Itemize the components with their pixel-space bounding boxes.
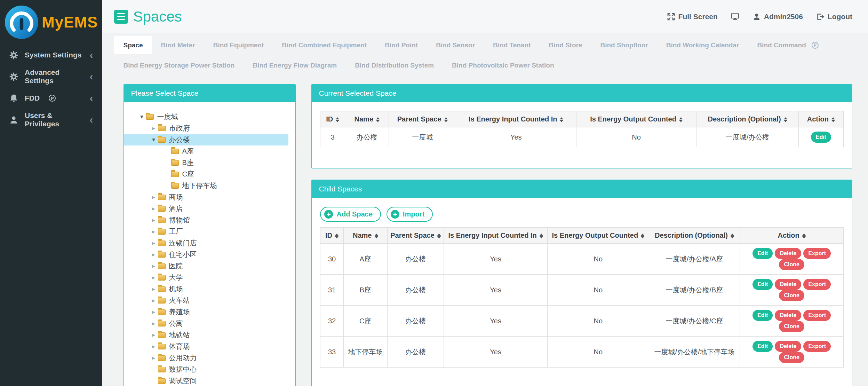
- delete-button[interactable]: Delete: [775, 341, 801, 352]
- column-header-parent-space[interactable]: Parent Space: [387, 228, 444, 244]
- tree-item[interactable]: 住宅小区: [124, 249, 288, 260]
- sidebar-item-system-settings[interactable]: System Settings: [0, 44, 102, 66]
- tree-item[interactable]: 地铁站: [124, 329, 288, 341]
- tree-item[interactable]: 市政府: [124, 123, 288, 134]
- expand-arrow-icon[interactable]: [149, 332, 158, 338]
- export-button[interactable]: Export: [803, 310, 831, 321]
- column-header-name[interactable]: Name: [343, 228, 387, 244]
- export-button[interactable]: Export: [803, 279, 831, 290]
- tree-item[interactable]: 公用动力: [124, 352, 288, 364]
- column-header-energy-input[interactable]: Is Energy Input Counted In: [456, 111, 576, 127]
- column-header-energy-output[interactable]: Is Energy Output Counted: [547, 228, 649, 244]
- tab-bind-combined-equipment[interactable]: Bind Combined Equipment: [273, 36, 376, 54]
- app-logo[interactable]: MyEMS: [0, 0, 102, 44]
- expand-arrow-icon[interactable]: [149, 125, 158, 131]
- sidebar-item-fdd[interactable]: FDD P: [0, 87, 102, 109]
- tree-item[interactable]: 商场: [124, 191, 288, 203]
- sort-icon[interactable]: [336, 117, 339, 122]
- column-header-parent-space[interactable]: Parent Space: [389, 111, 456, 127]
- expand-arrow-icon[interactable]: [149, 344, 158, 349]
- tree-item[interactable]: A座: [124, 145, 288, 157]
- sort-icon[interactable]: [731, 234, 734, 238]
- tab-bind-sensor[interactable]: Bind Sensor: [427, 36, 484, 54]
- expand-arrow-icon[interactable]: [149, 286, 158, 292]
- tree-item[interactable]: 一度城: [124, 111, 288, 123]
- sort-icon[interactable]: [831, 117, 835, 122]
- edit-button[interactable]: Edit: [752, 248, 773, 259]
- tree-item[interactable]: 调试空间: [124, 375, 288, 386]
- clone-button[interactable]: Clone: [779, 259, 804, 270]
- tree-item[interactable]: 火车站: [124, 295, 288, 306]
- tab-bind-distribution-system[interactable]: Bind Distribution System: [346, 62, 443, 69]
- sort-icon[interactable]: [444, 117, 448, 122]
- tab-bind-equipment[interactable]: Bind Equipment: [204, 36, 273, 54]
- expand-arrow-icon[interactable]: [149, 229, 158, 235]
- tree-item[interactable]: 地下停车场: [124, 180, 288, 191]
- tree-item[interactable]: 公寓: [124, 318, 288, 329]
- expand-arrow-icon[interactable]: [149, 275, 158, 281]
- delete-button[interactable]: Delete: [775, 248, 801, 259]
- sidebar-item-advanced-settings[interactable]: Advanced Settings: [0, 66, 102, 87]
- user-menu[interactable]: Admin2506: [752, 13, 803, 21]
- export-button[interactable]: Export: [803, 341, 831, 352]
- tab-bind-tenant[interactable]: Bind Tenant: [484, 36, 540, 54]
- edit-button[interactable]: Edit: [752, 341, 773, 352]
- edit-button[interactable]: Edit: [752, 310, 773, 321]
- tree-item[interactable]: 博物馆: [124, 214, 288, 226]
- column-header-action[interactable]: Action: [798, 111, 843, 127]
- column-header-action[interactable]: Action: [740, 228, 844, 244]
- delete-button[interactable]: Delete: [775, 310, 801, 321]
- menu-toggle-button[interactable]: [114, 10, 128, 24]
- logout-button[interactable]: Logout: [816, 13, 852, 21]
- fullscreen-button[interactable]: Full Screen: [667, 13, 718, 21]
- sort-icon[interactable]: [802, 234, 806, 238]
- sort-icon[interactable]: [560, 117, 563, 122]
- delete-button[interactable]: Delete: [775, 279, 801, 290]
- edit-button[interactable]: Edit: [752, 279, 773, 290]
- tab-bind-energy-flow-diagram[interactable]: Bind Energy Flow Diagram: [244, 62, 346, 69]
- tab-bind-shopfloor[interactable]: Bind Shopfloor: [591, 36, 657, 54]
- sort-icon[interactable]: [375, 234, 378, 238]
- tree-item[interactable]: 机场: [124, 283, 288, 295]
- tab-bind-energy-storage-power-station[interactable]: Bind Energy Storage Power Station: [114, 62, 244, 69]
- tree-item[interactable]: C座: [124, 168, 288, 180]
- sort-icon[interactable]: [376, 117, 380, 122]
- clone-button[interactable]: Clone: [779, 290, 804, 301]
- tab-bind-store[interactable]: Bind Store: [540, 36, 591, 54]
- expand-arrow-icon[interactable]: [149, 355, 158, 361]
- sort-icon[interactable]: [540, 234, 543, 238]
- edit-button[interactable]: Edit: [811, 132, 831, 143]
- sort-icon[interactable]: [784, 117, 787, 122]
- expand-arrow-icon[interactable]: [149, 298, 158, 304]
- expand-arrow-icon[interactable]: [149, 309, 158, 315]
- column-header-id[interactable]: ID: [320, 228, 343, 244]
- tree-item[interactable]: 连锁门店: [124, 237, 288, 249]
- export-button[interactable]: Export: [803, 248, 831, 259]
- tab-bind-photovoltaic-power-station[interactable]: Bind Photovoltaic Power Station: [443, 62, 563, 69]
- column-header-energy-input[interactable]: Is Energy Input Counted In: [444, 228, 548, 244]
- sort-icon[interactable]: [437, 234, 441, 238]
- tab-bind-point[interactable]: Bind Point: [376, 36, 427, 54]
- monitor-button[interactable]: [731, 13, 739, 21]
- column-header-name[interactable]: Name: [345, 111, 389, 127]
- expand-arrow-icon[interactable]: [149, 240, 158, 246]
- tree-item[interactable]: 养殖场: [124, 306, 288, 318]
- expand-arrow-icon[interactable]: [149, 194, 158, 200]
- clone-button[interactable]: Clone: [779, 321, 804, 332]
- tree-item[interactable]: 体育场: [124, 341, 288, 352]
- tree-item[interactable]: 医院: [124, 260, 288, 272]
- sort-icon[interactable]: [679, 117, 683, 122]
- expand-arrow-icon[interactable]: [149, 252, 158, 258]
- clone-button[interactable]: Clone: [779, 352, 804, 363]
- sidebar-item-users-privileges[interactable]: Users & Privileges: [0, 109, 102, 131]
- expand-arrow-icon[interactable]: [137, 114, 146, 120]
- expand-arrow-icon[interactable]: [149, 206, 158, 212]
- sort-icon[interactable]: [335, 234, 339, 238]
- tab-bind-meter[interactable]: Bind Meter: [152, 36, 204, 54]
- tab-bind-working-calendar[interactable]: Bind Working Calendar: [657, 36, 748, 54]
- column-header-energy-output[interactable]: Is Energy Output Counted: [576, 111, 696, 127]
- import-button[interactable]: Import: [387, 207, 433, 222]
- tree-item[interactable]: 数据中心: [124, 364, 288, 375]
- sort-icon[interactable]: [641, 234, 644, 238]
- column-header-description[interactable]: Description (Optional): [649, 228, 740, 244]
